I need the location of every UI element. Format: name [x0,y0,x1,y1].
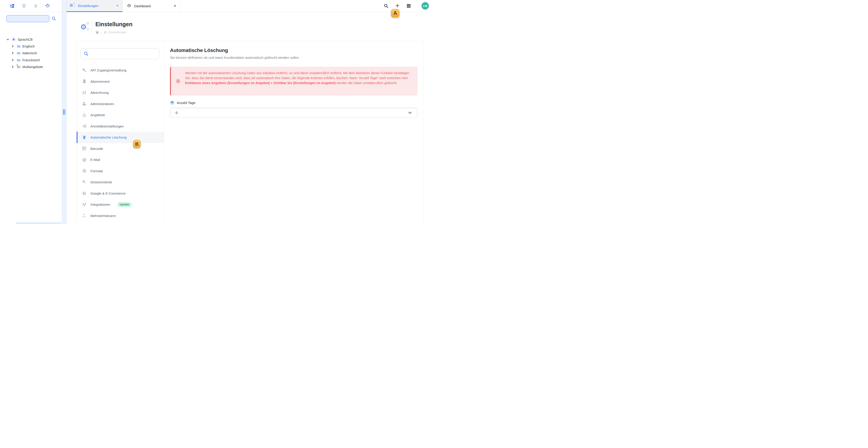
resize-grip-icon [63,109,65,115]
close-icon[interactable]: × [174,4,176,8]
tree-node-label: SprachCB [18,38,33,41]
tab-dashboard[interactable]: Dashboard × [123,0,180,12]
menu-item-anmeldeeinstellungen[interactable]: Anmeldeeinstellungen [76,121,164,132]
field-label: Anzahl Tage [177,101,195,105]
tab-einstellungen[interactable]: ⚙ ⚙ ⚙ Einstellungen × [65,0,123,12]
key-icon [82,68,87,72]
folder-icon [17,59,21,62]
folder-icon [17,45,21,48]
select-value: 0 [176,111,178,115]
chevron-right-icon[interactable] [11,65,14,68]
search-icon[interactable] [382,2,390,10]
lock-icon [16,64,18,66]
admin-shield-icon [82,101,87,106]
anzahl-tage-select[interactable]: 0 [170,107,417,118]
settings-menu: API Zugangsverwaltung Abonnement [76,41,164,224]
menu-item-angebote[interactable]: Angebote [76,109,164,121]
topbar-right-actions: + CB [379,0,429,12]
cubes-icon [82,113,87,117]
tree-search-input[interactable] [6,15,49,22]
settings-card: API Zugangsverwaltung Abonnement [76,41,424,224]
menu-item-label: Mehrwertsteuern [90,214,116,218]
tree-node-englisch[interactable]: Englisch [0,43,62,49]
menu-item-formate[interactable]: Formate [76,165,164,177]
menu-item-gesetzestexte[interactable]: Gesetzestexte [76,177,164,188]
home-icon[interactable] [95,31,99,34]
tree-node-label: Italienisch [22,51,37,55]
google-g-icon: G [82,191,87,195]
warning-text: Werden mit der automatisierten Löschung … [185,71,412,86]
apps-grid-icon[interactable] [405,2,413,10]
tree-node-franzoesisch[interactable]: Französisch [0,57,62,63]
menu-item-label: E-Mail [90,158,100,162]
globe-icon [82,169,87,173]
hint-badge-b[interactable]: B [133,140,141,148]
menu-item-administratoren[interactable]: Administratoren [76,98,164,109]
menu-item-email[interactable]: @ E-Mail [76,154,164,165]
menu-item-label: Barcode [90,147,103,151]
menu-item-label: Administratoren [90,102,114,106]
archive-icon[interactable] [20,2,28,10]
menu-item-label: Angebote [90,113,105,117]
field-label-row: Anzahl Tage [170,101,195,105]
trash-icon [82,135,87,140]
menu-item-automatische-loeschung[interactable]: Automatische Löschung [76,132,164,143]
breadcrumb-current: Einstellungen [108,31,127,34]
calendar-icon [170,101,174,105]
menu-item-label: Automatische Löschung [90,135,127,139]
menu-item-abonnement[interactable]: Abonnement [76,76,164,87]
abacus-icon [82,90,87,95]
at-icon: @ [82,158,87,162]
chevron-right-icon[interactable] [11,45,14,48]
tree-node-italienisch[interactable]: Italienisch [0,50,62,56]
add-icon[interactable]: + [393,2,401,10]
home-icon[interactable] [43,2,52,10]
panel-resize-handle[interactable] [62,0,66,224]
breadcrumb-separator: › [101,30,102,34]
info-icon: i [176,79,180,84]
tree-sidebar: SprachCB Englisch Italienisch [0,12,62,224]
gear-icon: ⚙ [104,31,107,34]
menu-item-label: API Zugangsverwaltung [90,68,126,72]
gavel-icon [82,180,87,185]
receipt-icon [82,79,87,84]
topbar-left-actions [8,0,52,12]
horizontal-scrollbar[interactable] [16,222,61,224]
main-area: ⚙ ⚙ ⚙ Einstellungen › ⚙ Einstellungen [66,12,434,224]
tab-label: Einstellungen [78,4,98,8]
menu-item-google-ecommerce[interactable]: G Google & E-Commerce [76,188,164,199]
login-arrow-icon [82,124,87,128]
tree-node-label: Französisch [22,58,40,62]
update-badge: Update [117,202,132,207]
tab-label: Dashboard [134,4,151,8]
avatar[interactable]: CB [422,2,429,9]
close-icon[interactable]: × [116,4,119,8]
app-window: ⚙ ⚙ ⚙ Einstellungen × Dashboard × [0,0,434,224]
search-icon[interactable] [52,16,56,21]
tree-node-multiangebote[interactable]: Multiangebote [0,64,62,70]
menu-item-label: Integrationen [90,202,110,206]
hint-badge-a[interactable]: A [391,9,399,18]
menu-item-label: Google & E-Commerce [90,191,125,195]
page-title: Einstellungen [95,21,132,28]
menu-item-mehrwertsteuern[interactable]: $ Mehrwertsteuern [76,210,164,222]
chevron-down-icon[interactable] [6,38,9,41]
settings-content: Automatische Löschung Sie können definie… [164,41,424,224]
hand-dollar-icon: $ [82,213,87,218]
breadcrumb: › ⚙ Einstellungen [95,30,127,34]
settings-gears-icon: ⚙ ⚙ ⚙ [80,22,91,32]
folder-tree-icon[interactable] [8,2,16,10]
settings-search-input[interactable] [80,49,159,59]
menu-item-integrationen[interactable]: Integrationen Update [76,199,164,210]
chevron-right-icon[interactable] [11,59,14,62]
settings-menu-list: API Zugangsverwaltung Abonnement [76,65,164,221]
menu-item-api-zugangsverwaltung[interactable]: API Zugangsverwaltung [76,65,164,76]
section-heading: Automatische Löschung [170,47,228,53]
menu-item-label: Gesetzestexte [90,180,112,184]
trash-icon[interactable] [32,2,40,10]
tree-node-root[interactable]: SprachCB [0,36,62,42]
menu-item-abrechnung[interactable]: Abrechnung [76,87,164,98]
chevron-right-icon[interactable] [11,52,14,55]
account-radio-icon [12,37,16,41]
menu-item-barcode[interactable]: Barcode [76,143,164,154]
